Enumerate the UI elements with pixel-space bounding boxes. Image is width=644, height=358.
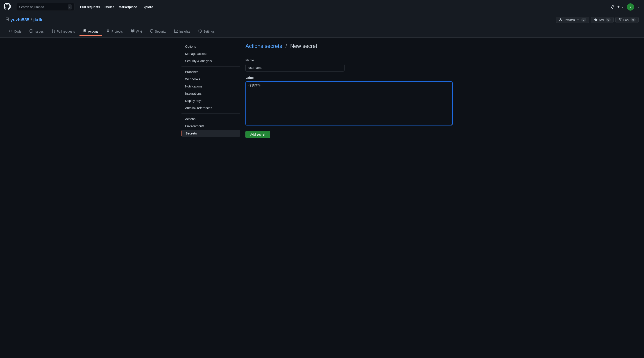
content-area: Actions secrets / New secret Name Value … (246, 43, 462, 138)
sidebar-autolink-references[interactable]: Autolink references (182, 104, 240, 112)
actions-icon (83, 29, 87, 33)
user-avatar[interactable]: Y (627, 3, 634, 10)
pr-icon (52, 29, 56, 33)
top-navbar: Search or jump to... / Pull requests Iss… (0, 0, 644, 14)
settings-icon (198, 29, 202, 33)
tab-settings[interactable]: Settings (195, 27, 218, 36)
top-nav-links: Pull requests Issues Marketplace Explore (80, 5, 153, 9)
sidebar-secrets[interactable]: Secrets (182, 130, 240, 137)
code-icon (9, 29, 12, 33)
sidebar-deploy-keys[interactable]: Deploy keys (182, 97, 240, 104)
sidebar-actions[interactable]: Actions (182, 115, 240, 123)
sidebar-environments[interactable]: Environments (182, 123, 240, 130)
sidebar-manage-access[interactable]: Manage access (182, 50, 240, 57)
projects-icon (106, 29, 110, 33)
value-textarea[interactable] (246, 81, 452, 126)
name-label: Name (246, 58, 462, 62)
tab-code[interactable]: Code (6, 27, 25, 36)
repo-icon (6, 17, 9, 22)
marketplace-link[interactable]: Marketplace (119, 5, 137, 9)
fork-count: 0 (630, 18, 636, 21)
breadcrumb-separator: / (30, 17, 32, 22)
plus-icon: + (617, 4, 620, 9)
name-input[interactable] (246, 64, 344, 71)
tab-wiki[interactable]: Wiki (127, 27, 145, 36)
github-logo[interactable] (4, 3, 11, 11)
issues-icon (30, 29, 33, 33)
title-separator: / (285, 43, 287, 49)
pull-requests-link[interactable]: Pull requests (80, 5, 100, 9)
wiki-icon (131, 29, 134, 33)
star-label: Star (599, 18, 604, 21)
search-shortcut: / (68, 4, 72, 9)
explore-link[interactable]: Explore (142, 5, 153, 9)
tab-security[interactable]: Security (146, 27, 170, 36)
create-new-button[interactable]: + (617, 4, 624, 9)
insights-icon (174, 29, 178, 33)
page-title: Actions secrets / New secret (246, 43, 462, 53)
star-count: 0 (606, 18, 611, 21)
sidebar-divider-2 (182, 113, 240, 114)
sidebar: Options Manage access Security & analysi… (182, 43, 240, 138)
page-current: New secret (290, 43, 317, 49)
repo-owner-link[interactable]: yuzhi535 (10, 17, 29, 22)
sidebar-notifications[interactable]: Notifications (182, 83, 240, 90)
repo-actions: Unwatch 1 Star 0 Fork 0 (556, 17, 638, 23)
tab-actions[interactable]: Actions (80, 27, 102, 36)
tab-projects[interactable]: Projects (103, 27, 126, 36)
unwatch-count: 1 (581, 18, 586, 21)
unwatch-label: Unwatch (564, 18, 575, 21)
repo-tabs: Code Issues Pull requests Actions Projec… (0, 26, 644, 37)
repo-header: yuzhi535 / jkdk Unwatch 1 Star 0 Fork 0 (0, 14, 644, 26)
sidebar-webhooks[interactable]: Webhooks (182, 76, 240, 83)
tab-issues[interactable]: Issues (26, 27, 47, 36)
sidebar-integrations[interactable]: Integrations (182, 90, 240, 97)
notifications-button[interactable] (611, 5, 614, 9)
repo-breadcrumb: yuzhi535 / jkdk (6, 17, 42, 22)
name-form-group: Name (246, 58, 462, 71)
value-label: Value (246, 76, 462, 80)
fork-label: Fork (623, 18, 629, 21)
add-secret-button[interactable]: Add secret (246, 131, 270, 138)
search-box[interactable]: Search or jump to... / (16, 3, 75, 11)
sidebar-branches[interactable]: Branches (182, 68, 240, 76)
actions-secrets-link[interactable]: Actions secrets (246, 43, 282, 49)
search-placeholder: Search or jump to... (19, 5, 46, 9)
security-icon (150, 29, 154, 33)
sidebar-security-analysis[interactable]: Security & analysis (182, 57, 240, 65)
issues-link[interactable]: Issues (104, 5, 114, 9)
tab-pull-requests[interactable]: Pull requests (48, 27, 78, 36)
value-form-group: Value (246, 76, 462, 126)
star-button[interactable]: Star 0 (591, 17, 614, 23)
sidebar-options[interactable]: Options (182, 43, 240, 50)
top-nav-right: + Y (611, 3, 640, 10)
unwatch-button[interactable]: Unwatch 1 (556, 17, 589, 23)
sidebar-divider-1 (182, 66, 240, 67)
repo-name-link[interactable]: jkdk (33, 17, 42, 22)
tab-insights[interactable]: Insights (171, 27, 194, 36)
main-layout: Options Manage access Security & analysi… (178, 37, 466, 144)
fork-button[interactable]: Fork 0 (616, 17, 638, 23)
